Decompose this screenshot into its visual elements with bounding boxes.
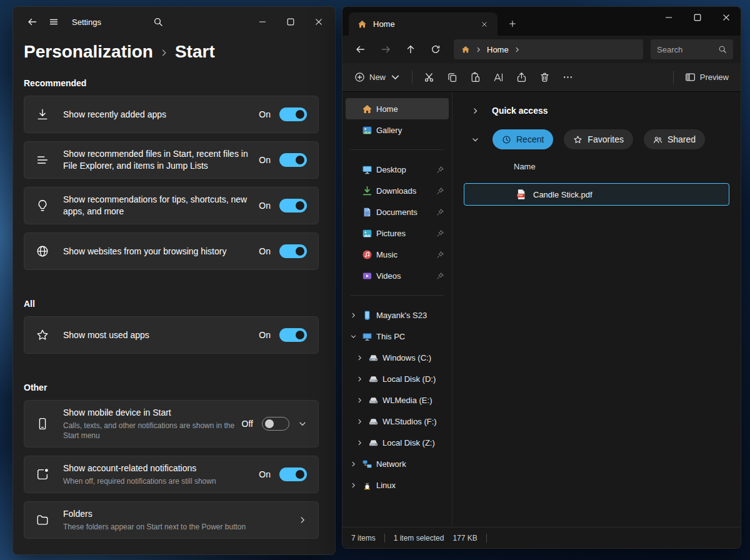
- address-location[interactable]: Home: [487, 45, 509, 54]
- file-item-selected[interactable]: PDF Candle Stick.pdf: [464, 183, 729, 206]
- chevron-right-icon[interactable]: [348, 461, 358, 468]
- chevron-down-icon[interactable]: [298, 419, 307, 428]
- setting-card-mobile-device[interactable]: Show mobile device in Start Calls, texts…: [24, 400, 319, 448]
- minimize-button[interactable]: [248, 11, 276, 32]
- tab-home[interactable]: Home: [349, 12, 498, 36]
- maximize-button[interactable]: [683, 7, 712, 28]
- setting-card-folders[interactable]: Folders These folders appear on Start ne…: [24, 501, 319, 539]
- sidebar-item-drive-f[interactable]: WLStudios (F:): [346, 411, 449, 432]
- sidebar-item-home[interactable]: Home: [346, 98, 449, 119]
- toggle-state-label: On: [259, 469, 271, 479]
- search-icon: [153, 17, 163, 27]
- drive-icon: [368, 438, 379, 448]
- more-options-button[interactable]: [557, 67, 579, 88]
- recent-files-icon: [36, 153, 49, 167]
- filter-favorites[interactable]: Favorites: [564, 129, 633, 149]
- setting-label: Show mobile device in Start: [63, 407, 236, 419]
- sidebar-item-videos[interactable]: Videos: [346, 265, 449, 286]
- maximize-button[interactable]: [276, 11, 304, 32]
- sidebar-item-drive-e[interactable]: WLMedia (E:): [346, 389, 449, 411]
- refresh-button[interactable]: [425, 39, 446, 59]
- nav-menu-button[interactable]: [43, 12, 64, 32]
- drive-icon: [368, 374, 379, 384]
- chevron-right-icon[interactable]: [471, 107, 479, 115]
- toggle-switch[interactable]: [279, 244, 307, 258]
- address-bar[interactable]: Home: [454, 39, 643, 59]
- rename-button[interactable]: [488, 67, 509, 88]
- chevron-right-icon[interactable]: [348, 482, 358, 489]
- close-button[interactable]: [712, 7, 741, 28]
- setting-label: Show recommended files in Start, recent …: [63, 148, 252, 172]
- sidebar-item-gallery[interactable]: Gallery: [346, 119, 449, 141]
- clock-icon: [502, 135, 511, 144]
- sidebar-item-desktop[interactable]: Desktop: [346, 159, 449, 180]
- nav-up-button[interactable]: [400, 39, 421, 59]
- new-tab-button[interactable]: [502, 14, 522, 33]
- toggle-switch[interactable]: [279, 108, 307, 121]
- delete-button[interactable]: [534, 67, 556, 88]
- search-box[interactable]: Search: [651, 39, 733, 59]
- close-button[interactable]: [304, 11, 332, 32]
- toggle-switch[interactable]: [279, 153, 307, 167]
- sidebar-divider: [351, 149, 444, 150]
- sidebar-item-network[interactable]: Network: [346, 453, 449, 474]
- sidebar-item-linux[interactable]: Linux: [346, 474, 449, 496]
- nav-back-button[interactable]: [350, 39, 371, 59]
- filter-shared[interactable]: Shared: [644, 129, 705, 149]
- setting-sublabel: These folders appear on Start next to th…: [63, 522, 283, 532]
- sidebar-item-drive-d[interactable]: Local Disk (D:): [346, 368, 449, 389]
- back-button[interactable]: [22, 12, 43, 32]
- breadcrumb-parent[interactable]: Personalization: [24, 42, 153, 62]
- chevron-right-icon[interactable]: [354, 376, 364, 382]
- paste-button[interactable]: [464, 67, 486, 88]
- minimize-button[interactable]: [654, 7, 683, 28]
- filter-recent[interactable]: Recent: [492, 129, 553, 149]
- setting-label: Show recently added apps: [63, 109, 252, 121]
- chevron-down-icon[interactable]: [348, 333, 358, 340]
- desktop-icon: [362, 164, 372, 175]
- preview-button-label: Preview: [700, 72, 729, 82]
- sidebar-divider: [351, 295, 444, 296]
- pin-icon: [436, 272, 445, 280]
- toggle-switch[interactable]: [262, 417, 289, 431]
- toggle-switch[interactable]: [279, 468, 307, 481]
- status-bar: 7 items 1 item selected 177 KB: [342, 527, 741, 548]
- sidebar-item-downloads[interactable]: Downloads: [346, 180, 449, 201]
- share-button[interactable]: [511, 67, 532, 88]
- chevron-right-icon[interactable]: [348, 312, 358, 319]
- copy-button[interactable]: [441, 67, 463, 88]
- sidebar-item-documents[interactable]: Documents: [346, 201, 449, 222]
- gallery-icon: [362, 125, 372, 136]
- sidebar-item-drive-z[interactable]: Local Disk (Z:): [346, 432, 449, 453]
- tab-close-icon[interactable]: [476, 16, 492, 32]
- settings-app-title: Settings: [72, 18, 101, 27]
- settings-search-button[interactable]: [148, 12, 169, 32]
- chevron-right-icon[interactable]: [354, 439, 364, 446]
- chevron-down-icon[interactable]: [471, 136, 479, 144]
- people-icon: [653, 135, 662, 144]
- sidebar-item-music[interactable]: Music: [346, 244, 449, 265]
- nav-forward-button[interactable]: [375, 39, 396, 59]
- chevron-right-icon[interactable]: [354, 354, 364, 361]
- star-icon: [36, 328, 49, 342]
- sidebar-item-this-pc[interactable]: This PC: [346, 326, 449, 347]
- toggle-switch[interactable]: [279, 199, 307, 212]
- toggle-state-label: On: [259, 109, 271, 119]
- pin-icon: [436, 251, 445, 259]
- sidebar-item-drive-c[interactable]: Windows (C:): [346, 347, 449, 368]
- chevron-right-icon[interactable]: [354, 418, 364, 425]
- explorer-body: Home Gallery Desktop Downloads: [342, 92, 741, 527]
- sidebar-item-phone[interactable]: Mayank's S23: [346, 304, 449, 326]
- toggle-switch[interactable]: [279, 328, 307, 342]
- toggle-state-label: On: [259, 155, 271, 165]
- sidebar-item-pictures[interactable]: Pictures: [346, 222, 449, 244]
- setting-card-recently-added: Show recently added apps On: [24, 96, 319, 133]
- filter-row: Recent Favorites Shared: [471, 128, 729, 151]
- chevron-right-icon[interactable]: [354, 397, 364, 404]
- new-button[interactable]: New: [349, 67, 406, 88]
- setting-sublabel: When off, required notifications are sti…: [63, 476, 252, 486]
- cut-button[interactable]: [418, 67, 440, 88]
- column-header-name[interactable]: Name: [514, 162, 729, 171]
- preview-toggle-button[interactable]: Preview: [679, 67, 734, 88]
- setting-sublabel: Calls, texts, and other notifications ar…: [63, 421, 236, 441]
